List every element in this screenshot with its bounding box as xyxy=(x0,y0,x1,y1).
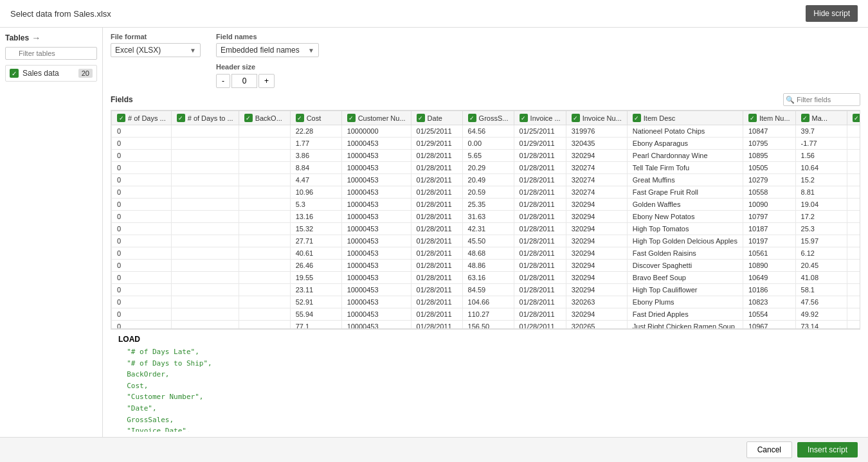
column-header[interactable]: Invoice ... xyxy=(514,111,566,125)
field-names-select[interactable]: Embedded field names ▼ xyxy=(216,43,319,57)
table-cell: 0 xyxy=(112,162,172,174)
column-label: GrossS... xyxy=(479,114,509,122)
table-cell: 01/28/2011 xyxy=(514,296,566,308)
table-cell: 10000453 xyxy=(341,284,411,296)
table-cell: 320294 xyxy=(566,211,627,223)
table-row: 010.961000045301/28/201120.5901/28/20113… xyxy=(112,186,861,199)
data-table-wrapper[interactable]: # of Days ...# of Days to ...BackO...Cos… xyxy=(111,110,860,329)
column-header[interactable]: Date xyxy=(411,111,462,125)
filter-fields-input[interactable] xyxy=(783,93,860,106)
column-header[interactable]: Ope xyxy=(847,111,860,125)
table-cell: 10000453 xyxy=(341,186,411,199)
filter-tables-input[interactable] xyxy=(5,47,97,60)
table-cell: 0 xyxy=(112,308,172,321)
column-checkbox[interactable] xyxy=(117,114,125,122)
column-label: Item Nu... xyxy=(759,114,790,122)
table-cell: Ebony Asparagus xyxy=(627,138,743,150)
table-cell: 320294 xyxy=(566,150,627,162)
footer: Cancel Insert script xyxy=(0,437,868,462)
table-cell xyxy=(847,308,860,321)
column-checkbox[interactable] xyxy=(347,114,356,122)
table-row: 08.841000045301/28/201120.2901/28/201132… xyxy=(112,162,861,174)
table-cell: Golden Waffles xyxy=(627,199,743,211)
column-checkbox[interactable] xyxy=(244,114,253,122)
table-cell: 23.11 xyxy=(290,284,341,296)
column-checkbox[interactable] xyxy=(296,114,304,122)
table-cell: 5.3 xyxy=(290,199,341,211)
header-size-controls: - + xyxy=(216,74,319,88)
table-cell: 26.46 xyxy=(290,260,341,272)
table-cell xyxy=(239,211,290,223)
column-header[interactable]: Ma... xyxy=(795,111,847,125)
header-size-minus-button[interactable]: - xyxy=(216,74,230,88)
field-names-label: Field names xyxy=(216,33,319,40)
table-cell: 01/28/2011 xyxy=(411,199,462,211)
table-row: 052.911000045301/28/2011104.6601/28/2011… xyxy=(112,296,861,308)
header: Select data from Sales.xlsx Hide script xyxy=(0,0,868,28)
table-cell: 15.97 xyxy=(795,235,847,247)
table-row: 04.471000045301/28/201120.4901/28/201132… xyxy=(112,174,861,186)
insert-script-button[interactable]: Insert script xyxy=(797,442,858,458)
table-cell: Ebony Plums xyxy=(627,296,743,308)
column-header[interactable]: Item Desc xyxy=(627,111,743,125)
table-cell: 01/28/2011 xyxy=(514,284,566,296)
table-cell: Discover Spaghetti xyxy=(627,260,743,272)
table-cell: 320294 xyxy=(566,308,627,321)
table-cell: 0.00 xyxy=(462,138,514,150)
table-cell: 10186 xyxy=(743,284,795,296)
column-checkbox[interactable] xyxy=(468,114,476,122)
table-cell: 01/28/2011 xyxy=(514,199,566,211)
table-cell: 4.47 xyxy=(290,174,341,186)
column-checkbox[interactable] xyxy=(520,114,528,122)
column-header[interactable]: # of Days ... xyxy=(112,111,172,125)
table-cell: 8.81 xyxy=(795,186,847,199)
table-cell: 320294 xyxy=(566,247,627,260)
table-cell xyxy=(847,138,860,150)
column-checkbox[interactable] xyxy=(748,114,757,122)
sales-data-checkbox[interactable] xyxy=(10,69,19,78)
column-checkbox[interactable] xyxy=(853,114,860,122)
column-checkbox[interactable] xyxy=(177,114,185,122)
cancel-button[interactable]: Cancel xyxy=(746,441,792,458)
table-cell: 10000453 xyxy=(341,150,411,162)
table-cell: 10000000 xyxy=(341,125,411,138)
table-cell xyxy=(847,150,860,162)
table-cell: 10000453 xyxy=(341,308,411,321)
table-cell: 10090 xyxy=(743,199,795,211)
table-cell: 3.86 xyxy=(290,150,341,162)
column-checkbox[interactable] xyxy=(801,114,809,122)
table-row: 077.11000045301/28/2011156.5001/28/20113… xyxy=(112,321,861,330)
column-header[interactable]: Item Nu... xyxy=(743,111,795,125)
header-size-label: Header size xyxy=(216,63,255,71)
table-cell xyxy=(239,284,290,296)
table-cell: 10000453 xyxy=(341,223,411,235)
filter-tables-wrapper: 🔍 xyxy=(5,47,97,60)
header-size-plus-button[interactable]: + xyxy=(258,74,275,88)
table-cell: 19.04 xyxy=(795,199,847,211)
column-header[interactable]: # of Days to ... xyxy=(171,111,239,125)
column-checkbox[interactable] xyxy=(417,114,425,122)
table-cell: 01/25/2011 xyxy=(514,125,566,138)
table-cell xyxy=(847,247,860,260)
column-checkbox[interactable] xyxy=(633,114,641,122)
table-cell: 10197 xyxy=(743,235,795,247)
table-cell xyxy=(847,223,860,235)
sales-data-count: 20 xyxy=(78,69,93,78)
table-cell: 01/28/2011 xyxy=(514,321,566,330)
table-cell: 10000453 xyxy=(341,272,411,284)
header-size-input[interactable] xyxy=(231,74,257,88)
table-cell: 01/28/2011 xyxy=(411,150,462,162)
hide-script-button[interactable]: Hide script xyxy=(806,5,858,22)
column-header[interactable]: BackO... xyxy=(239,111,290,125)
column-header[interactable]: Cost xyxy=(290,111,341,125)
table-cell: 01/29/2011 xyxy=(411,138,462,150)
tables-label: Tables xyxy=(5,33,29,42)
table-row: 040.611000045301/28/201148.6801/28/20113… xyxy=(112,247,861,260)
table-row: 013.161000045301/28/201131.6301/28/20113… xyxy=(112,211,861,223)
column-header[interactable]: Invoice Nu... xyxy=(566,111,627,125)
file-format-select[interactable]: Excel (XLSX) ▼ xyxy=(111,43,201,57)
sales-data-item[interactable]: Sales data 20 xyxy=(5,65,97,82)
column-header[interactable]: GrossS... xyxy=(462,111,514,125)
column-checkbox[interactable] xyxy=(572,114,580,122)
column-header[interactable]: Customer Nu... xyxy=(341,111,411,125)
